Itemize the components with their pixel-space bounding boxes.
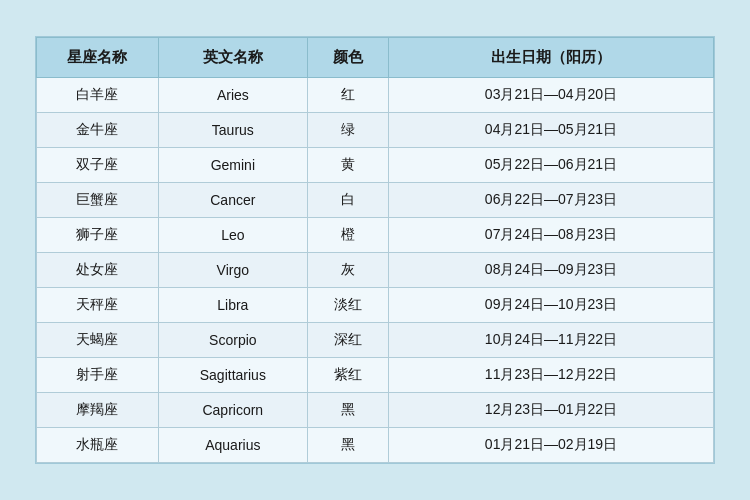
cell-chinese: 白羊座 [37, 78, 159, 113]
table-body: 白羊座Aries红03月21日—04月20日金牛座Taurus绿04月21日—0… [37, 78, 714, 463]
cell-date: 06月22日—07月23日 [389, 183, 714, 218]
table-row: 狮子座Leo橙07月24日—08月23日 [37, 218, 714, 253]
cell-chinese: 巨蟹座 [37, 183, 159, 218]
cell-english: Libra [158, 288, 307, 323]
cell-color: 黄 [307, 148, 388, 183]
cell-english: Sagittarius [158, 358, 307, 393]
cell-color: 绿 [307, 113, 388, 148]
cell-english: Aquarius [158, 428, 307, 463]
cell-date: 03月21日—04月20日 [389, 78, 714, 113]
table-row: 天秤座Libra淡红09月24日—10月23日 [37, 288, 714, 323]
cell-date: 05月22日—06月21日 [389, 148, 714, 183]
cell-color: 黑 [307, 393, 388, 428]
cell-color: 紫红 [307, 358, 388, 393]
cell-date: 08月24日—09月23日 [389, 253, 714, 288]
cell-chinese: 金牛座 [37, 113, 159, 148]
cell-color: 淡红 [307, 288, 388, 323]
cell-color: 白 [307, 183, 388, 218]
cell-chinese: 摩羯座 [37, 393, 159, 428]
cell-chinese: 双子座 [37, 148, 159, 183]
cell-english: Virgo [158, 253, 307, 288]
cell-date: 01月21日—02月19日 [389, 428, 714, 463]
cell-english: Leo [158, 218, 307, 253]
cell-color: 红 [307, 78, 388, 113]
cell-english: Taurus [158, 113, 307, 148]
table-row: 金牛座Taurus绿04月21日—05月21日 [37, 113, 714, 148]
zodiac-table-container: 星座名称 英文名称 颜色 出生日期（阳历） 白羊座Aries红03月21日—04… [35, 36, 715, 464]
cell-chinese: 水瓶座 [37, 428, 159, 463]
cell-chinese: 处女座 [37, 253, 159, 288]
cell-chinese: 天蝎座 [37, 323, 159, 358]
cell-date: 07月24日—08月23日 [389, 218, 714, 253]
cell-date: 11月23日—12月22日 [389, 358, 714, 393]
cell-date: 12月23日—01月22日 [389, 393, 714, 428]
cell-chinese: 狮子座 [37, 218, 159, 253]
zodiac-table: 星座名称 英文名称 颜色 出生日期（阳历） 白羊座Aries红03月21日—04… [36, 37, 714, 463]
cell-chinese: 天秤座 [37, 288, 159, 323]
cell-color: 橙 [307, 218, 388, 253]
cell-english: Scorpio [158, 323, 307, 358]
table-row: 处女座Virgo灰08月24日—09月23日 [37, 253, 714, 288]
cell-english: Gemini [158, 148, 307, 183]
header-chinese: 星座名称 [37, 38, 159, 78]
cell-color: 灰 [307, 253, 388, 288]
cell-english: Capricorn [158, 393, 307, 428]
table-row: 天蝎座Scorpio深红10月24日—11月22日 [37, 323, 714, 358]
table-row: 双子座Gemini黄05月22日—06月21日 [37, 148, 714, 183]
table-row: 白羊座Aries红03月21日—04月20日 [37, 78, 714, 113]
cell-date: 09月24日—10月23日 [389, 288, 714, 323]
table-row: 摩羯座Capricorn黑12月23日—01月22日 [37, 393, 714, 428]
header-color: 颜色 [307, 38, 388, 78]
cell-english: Cancer [158, 183, 307, 218]
table-row: 巨蟹座Cancer白06月22日—07月23日 [37, 183, 714, 218]
cell-color: 深红 [307, 323, 388, 358]
table-row: 射手座Sagittarius紫红11月23日—12月22日 [37, 358, 714, 393]
cell-chinese: 射手座 [37, 358, 159, 393]
cell-date: 04月21日—05月21日 [389, 113, 714, 148]
header-date: 出生日期（阳历） [389, 38, 714, 78]
cell-date: 10月24日—11月22日 [389, 323, 714, 358]
cell-color: 黑 [307, 428, 388, 463]
header-english: 英文名称 [158, 38, 307, 78]
cell-english: Aries [158, 78, 307, 113]
table-header-row: 星座名称 英文名称 颜色 出生日期（阳历） [37, 38, 714, 78]
table-row: 水瓶座Aquarius黑01月21日—02月19日 [37, 428, 714, 463]
